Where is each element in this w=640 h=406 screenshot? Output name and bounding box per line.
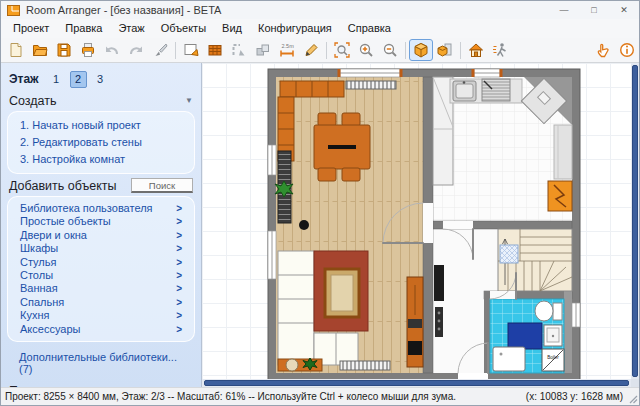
zoom-window-button[interactable]	[330, 39, 354, 61]
floor-tab-1[interactable]: 1	[48, 71, 65, 88]
side-table[interactable]	[278, 358, 322, 371]
horizontal-scrollbar[interactable]	[202, 379, 631, 387]
info-icon	[619, 42, 635, 58]
bath-mat[interactable]	[508, 323, 542, 349]
tiling-button[interactable]	[203, 39, 227, 61]
staircase[interactable]	[498, 229, 572, 291]
counter-right[interactable]	[554, 125, 572, 179]
new-document-icon	[8, 42, 24, 58]
library-item-cabinets[interactable]: Шкафы>	[8, 242, 194, 255]
floor-plan[interactable]: Bojler	[202, 63, 633, 381]
library-item-user[interactable]: Библиотека пользователя>	[8, 202, 194, 215]
stairs-window[interactable]	[500, 245, 518, 263]
create-step-edit-walls[interactable]: 2. Редактировать стены	[8, 134, 194, 151]
window-left-upper	[268, 145, 276, 175]
library-item-doors-windows[interactable]: Двери и окна>	[8, 229, 194, 242]
kitchen-sink[interactable]	[453, 81, 476, 101]
menu-bar: Проект Правка Этаж Объекты Вид Конфигура…	[1, 19, 639, 38]
radiator-bottom[interactable]	[340, 361, 390, 370]
library-item-simple-objects[interactable]: Простые объекты>	[8, 215, 194, 228]
floor-tab-3[interactable]: 3	[92, 71, 109, 88]
pencil-icon	[303, 42, 319, 58]
bathroom[interactable]: Bojler	[490, 299, 564, 373]
app-logo-icon	[7, 5, 20, 16]
menu-help[interactable]: Справка	[340, 19, 399, 38]
chair	[342, 168, 360, 181]
library-item-chairs[interactable]: Стулья>	[8, 256, 194, 269]
libraries-panel: Библиотека пользователя> Простые объекты…	[7, 196, 195, 342]
boxes-icon	[255, 42, 271, 58]
toolbar: 2.5m	[1, 38, 639, 63]
search-input[interactable]: Поиск	[131, 178, 193, 193]
redo-button[interactable]	[124, 39, 148, 61]
walk-through-button[interactable]	[464, 39, 488, 61]
stove[interactable]	[482, 79, 510, 101]
view-3d-objects-button[interactable]	[433, 39, 457, 61]
menu-floor[interactable]: Этаж	[110, 19, 152, 38]
select-walls-icon	[231, 42, 247, 58]
group-objects-button[interactable]	[251, 39, 275, 61]
zoom-selection-icon	[334, 42, 350, 58]
about-button[interactable]	[615, 39, 639, 61]
new-project-button[interactable]	[4, 39, 28, 61]
minimize-button[interactable]: —	[549, 1, 579, 19]
menu-objects[interactable]: Объекты	[153, 19, 214, 38]
maximize-button[interactable]: □	[579, 1, 609, 19]
heater[interactable]	[548, 181, 572, 211]
library-item-bedroom[interactable]: Спальня>	[8, 296, 194, 309]
paintbrush-icon	[152, 42, 168, 58]
menu-configuration[interactable]: Конфигурация	[250, 19, 340, 38]
library-item-kitchen[interactable]: Кухня>	[8, 309, 194, 322]
create-section-title: Создать	[9, 94, 57, 108]
library-item-tables[interactable]: Столы>	[8, 269, 194, 282]
chevron-right-icon: >	[176, 309, 182, 322]
horizontal-scrollbar-thumb[interactable]	[204, 380, 629, 386]
close-button[interactable]: ✕	[609, 1, 639, 19]
boiler[interactable]: Bojler	[542, 349, 564, 371]
library-item-accessories[interactable]: Аксессуары>	[8, 323, 194, 336]
select-walls-button[interactable]	[227, 39, 251, 61]
hallway-furniture[interactable]	[434, 265, 444, 337]
tv-cabinet[interactable]	[407, 277, 423, 367]
tv[interactable]	[434, 265, 444, 301]
add-objects-title: Добавить объекты	[9, 179, 117, 193]
cube-3d-icon	[413, 42, 429, 58]
zoom-out-button[interactable]	[378, 39, 402, 61]
toilet[interactable]	[535, 301, 562, 321]
floor-label: Этаж	[9, 72, 39, 86]
create-step-room-setup[interactable]: 3. Настройка комнат	[8, 151, 194, 168]
design-walls-button[interactable]	[179, 39, 203, 61]
pointer-button[interactable]	[591, 39, 615, 61]
plant-pot[interactable]	[299, 220, 309, 230]
library-item-bathroom[interactable]: Ванная>	[8, 282, 194, 295]
undo-button[interactable]	[100, 39, 124, 61]
walking-figure-icon	[492, 42, 508, 58]
open-project-button[interactable]	[28, 39, 52, 61]
plan-canvas[interactable]: Bojler	[202, 63, 639, 387]
radiator-top[interactable]	[346, 81, 396, 89]
status-project-info: Проект: 8255 × 8400 мм, Этаж: 2/3 -- Мас…	[5, 391, 456, 402]
zoom-in-button[interactable]	[354, 39, 378, 61]
menu-view[interactable]: Вид	[214, 19, 250, 38]
measure-button[interactable]: 2.5m	[275, 39, 299, 61]
bowl	[286, 359, 298, 371]
vertical-scrollbar[interactable]	[631, 63, 639, 379]
more-libraries-link[interactable]: Дополнительные библиотеки... (7)	[7, 345, 195, 379]
bathroom-sink[interactable]	[544, 325, 562, 346]
vertical-scrollbar-thumb[interactable]	[632, 65, 638, 377]
menu-edit[interactable]: Правка	[57, 19, 110, 38]
chevron-down-icon[interactable]: ▼	[185, 96, 193, 105]
create-step-new-project[interactable]: 1. Начать новый проект	[8, 117, 194, 134]
save-project-button[interactable]	[52, 39, 76, 61]
walk-settings-button[interactable]	[488, 39, 512, 61]
draw-button[interactable]	[299, 39, 323, 61]
shower-tray[interactable]	[493, 347, 525, 371]
coffee-table[interactable]	[325, 269, 359, 317]
resize-grip-icon[interactable]	[629, 395, 638, 404]
format-brush-button[interactable]	[148, 39, 172, 61]
create-section-header[interactable]: Создать ▼	[9, 92, 193, 109]
floor-tab-2[interactable]: 2	[70, 71, 87, 88]
print-button[interactable]	[76, 39, 100, 61]
menu-project[interactable]: Проект	[5, 19, 57, 38]
view-3d-button[interactable]	[409, 39, 433, 61]
